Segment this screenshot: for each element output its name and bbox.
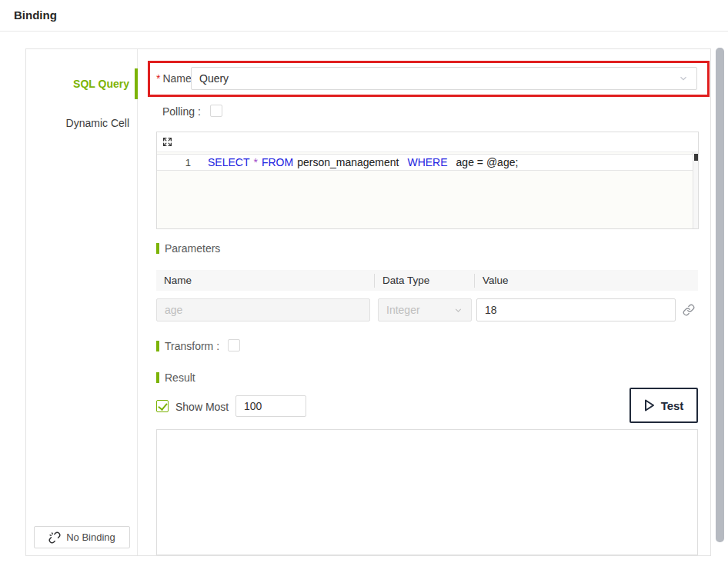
test-button[interactable]: Test bbox=[629, 388, 698, 423]
binding-page: Binding SQL Query Dynamic Cell No Bindin… bbox=[0, 0, 728, 563]
chevron-down-icon bbox=[678, 73, 689, 84]
page-title: Binding bbox=[14, 8, 57, 22]
test-button-label: Test bbox=[661, 399, 684, 412]
parameters-section-header: Parameters bbox=[156, 242, 220, 255]
no-binding-button[interactable]: No Binding bbox=[34, 526, 130, 548]
param-name-input bbox=[156, 298, 370, 321]
param-value-input[interactable] bbox=[476, 298, 676, 321]
link-icon[interactable] bbox=[683, 304, 695, 316]
line-number: 1 bbox=[157, 157, 194, 168]
binding-panel: SQL Query Dynamic Cell No Binding *Name … bbox=[25, 48, 711, 556]
polling-label: Polling : bbox=[162, 105, 201, 118]
sql-keyword: SELECT bbox=[208, 156, 249, 168]
expand-icon[interactable] bbox=[162, 137, 172, 147]
transform-checkbox[interactable] bbox=[228, 339, 240, 351]
param-datatype-select: Integer bbox=[378, 298, 472, 321]
sidebar-active-indicator bbox=[135, 68, 138, 99]
required-asterisk: * bbox=[156, 72, 160, 85]
chevron-down-icon bbox=[453, 305, 463, 315]
editor-scrollbar-track[interactable] bbox=[693, 152, 698, 228]
sql-code-line: SELECT * FROM person_management WHERE ag… bbox=[194, 156, 522, 168]
play-icon bbox=[644, 399, 655, 411]
sidebar-divider bbox=[137, 49, 138, 555]
editor-scrollbar-thumb[interactable] bbox=[694, 154, 698, 161]
sql-identifier: person_management bbox=[297, 156, 399, 168]
sidebar-item-sql-query[interactable]: SQL Query bbox=[26, 78, 129, 90]
sql-operator: * bbox=[253, 156, 257, 168]
sidebar-item-dynamic-cell[interactable]: Dynamic Cell bbox=[26, 117, 129, 129]
no-binding-label: No Binding bbox=[66, 531, 115, 543]
unlink-icon bbox=[48, 531, 61, 544]
column-header-name: Name bbox=[156, 274, 374, 288]
editor-active-line: 1 SELECT * FROM person_management WHERE … bbox=[157, 154, 693, 171]
show-most-label: Show Most bbox=[175, 401, 229, 413]
column-header-data-type: Data Type bbox=[374, 274, 474, 288]
column-header-value: Value bbox=[474, 274, 698, 288]
show-most-checkbox[interactable] bbox=[156, 400, 169, 412]
result-section-header: Result bbox=[156, 371, 195, 384]
param-datatype-value: Integer bbox=[386, 304, 453, 316]
sql-keyword: FROM bbox=[262, 156, 293, 168]
polling-checkbox[interactable] bbox=[210, 105, 222, 117]
name-select[interactable]: Query bbox=[191, 67, 697, 90]
sql-keyword: WHERE bbox=[407, 156, 447, 168]
transform-label: Transform : bbox=[165, 340, 219, 352]
result-output-area bbox=[156, 429, 698, 555]
show-most-input[interactable] bbox=[235, 395, 306, 417]
page-scrollbar[interactable] bbox=[716, 48, 724, 542]
header-divider bbox=[0, 31, 728, 32]
sql-expression: age = @age; bbox=[456, 156, 519, 168]
section-accent-bar bbox=[156, 243, 159, 254]
section-accent-bar bbox=[156, 341, 159, 351]
annotation-highlight-box: *Name : Query bbox=[148, 61, 710, 97]
section-accent-bar bbox=[156, 372, 159, 383]
transform-section-header: Transform : bbox=[156, 340, 219, 352]
editor-toolbar bbox=[157, 132, 698, 152]
name-select-value: Query bbox=[199, 72, 678, 85]
parameters-table-header: Name Data Type Value bbox=[156, 270, 698, 291]
parameters-section-label: Parameters bbox=[165, 242, 220, 255]
editor-code-area[interactable]: 1 SELECT * FROM person_management WHERE … bbox=[157, 152, 698, 228]
result-section-label: Result bbox=[165, 371, 195, 384]
sql-editor[interactable]: 1 SELECT * FROM person_management WHERE … bbox=[156, 132, 699, 229]
